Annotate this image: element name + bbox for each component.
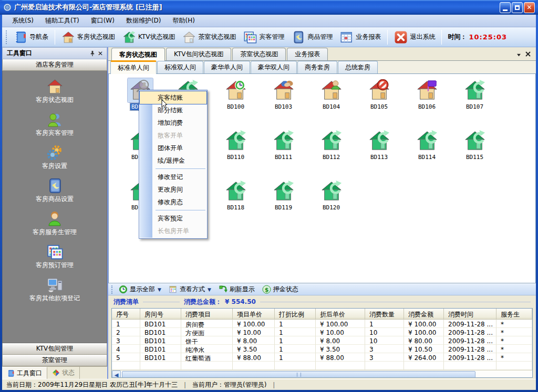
toolbar-button[interactable]: 宾客管理 [240,29,288,46]
context-menu-item[interactable]: 部分结账 [140,104,206,116]
room-type-tab[interactable]: 商务套房 [297,61,337,73]
document-tab[interactable]: 客房状态视图 [111,48,165,61]
body-row: 工具窗口 ✕ 酒店客房管理 客房状态视图客房宾客管理客房设置客房商品设置客房服务… [2,47,536,379]
table-header-cell[interactable]: 房间号 [140,309,181,319]
sidebar-item[interactable]: 客房设置 [42,144,67,171]
toolbar-button[interactable]: 导航条 [10,29,52,46]
context-menu-item[interactable]: 长包房开单 [140,225,206,237]
menu-item[interactable]: 窗口(W) [85,15,120,26]
sidebar-item[interactable]: 客房其他款项登记 [29,277,80,303]
action-button[interactable]: 显示全部▼ [115,284,165,294]
context-menu-item[interactable]: 更改房间 [140,183,206,196]
table-header-cell[interactable]: 服务生 [496,309,532,319]
room-type-tab[interactable]: 标准双人间 [157,61,203,73]
toolbar-button[interactable]: 茶室状态视图 [179,29,240,46]
sidebar-bottom-tab[interactable]: 状态 [47,367,80,379]
context-menu-item[interactable]: 修改房态 [140,196,206,208]
chevron-down-icon[interactable] [516,51,521,58]
scrollbar-thumb[interactable] [122,371,475,378]
sidebar-item[interactable]: 客房宾客管理 [36,111,74,137]
action-button[interactable]: $押金状态 [258,284,302,294]
document-tab[interactable]: 业务报表 [287,48,328,60]
sidebar-section-ktv[interactable]: KTV包间管理 [2,343,107,355]
room-BD118[interactable]: BD118 [212,179,260,229]
table-header-cell[interactable]: 折后单价 [316,309,365,319]
table-cell: 10 [365,328,404,336]
table-cell [140,362,181,370]
minimize-button[interactable] [500,2,511,13]
document-tab[interactable]: 茶室状态视图 [232,48,286,60]
room-BD105[interactable]: BD105 [355,78,403,129]
menu-item[interactable]: 帮助(H) [167,15,201,26]
room-type-tab[interactable]: 豪华双人间 [251,61,297,73]
sidebar-close-icon[interactable]: ✕ [96,49,105,58]
action-button[interactable]: 刷新显示 [215,284,258,294]
room-type-tab[interactable]: 标准单人间 [110,60,157,74]
close-icon[interactable] [525,51,531,58]
sidebar-bottom-tab[interactable]: 工具窗口 [2,367,47,379]
sidebar-item[interactable]: 客房服务生管理 [33,210,77,237]
table-header-cell[interactable]: 消费项目 [181,309,233,319]
toolbar-button[interactable]: KTV状态视图 [119,29,179,46]
context-menu-item[interactable]: 团体开单 [140,142,206,154]
table-header-cell[interactable]: 项目单价 [233,309,275,319]
room-BD106[interactable]: BD106 [403,78,451,129]
room-label: BD103 [274,103,293,110]
room-type-tab[interactable]: 豪华单人间 [204,61,250,73]
maximize-button[interactable] [512,2,523,13]
sidebar-item-label: 客房服务生管理 [33,228,77,237]
room-BD114[interactable]: BD114 [403,129,451,179]
sidebar-section-hotel-rooms[interactable]: 酒店客房管理 [2,59,107,71]
scroll-left-button[interactable]: ◀ [112,370,121,378]
table-row[interactable]: 2BD101方便面¥ 10.001¥ 10.0010¥ 100.002009-1… [112,328,532,336]
table-row[interactable] [112,362,532,370]
room-BD100[interactable]: BD100 [212,78,260,129]
room-type-tab[interactable]: 总统套房 [338,61,378,73]
table-row[interactable]: 4BD101纯净水¥ 3.501¥ 3.503¥ 10.502009-11-28… [112,345,532,353]
context-menu-item[interactable]: 宾客预定 [140,212,206,225]
context-menu-item[interactable]: 增加消费 [140,116,206,129]
table-header-cell[interactable]: 消费金额 [404,309,444,319]
sidebar-item[interactable]: 客房预订管理 [36,243,74,270]
context-menu-item[interactable]: 宾客结账 [140,91,206,104]
table-header-cell[interactable]: 序号 [112,309,140,319]
room-BD110[interactable]: BD110 [212,129,260,179]
toolbar-button[interactable]: 退出系统 [390,29,439,46]
room-vacant-icon [272,130,295,152]
scrollbar-track[interactable] [121,370,532,378]
table-header-cell[interactable]: 消费时间 [444,309,496,319]
close-button[interactable]: ✕ [524,2,535,13]
room-BD115[interactable]: BD115 [451,129,499,179]
room-BD112[interactable]: BD112 [307,129,355,179]
toolbar-separator [387,30,388,45]
table-row[interactable]: 1BD101房间费¥ 100.001¥ 100.001¥ 100.002009-… [112,320,532,328]
toolbar-button[interactable]: 业务报表 [336,29,385,46]
menu-item[interactable]: 辅助工具(T) [39,15,85,26]
table-row[interactable]: 5BD101红葡萄酒¥ 88.001¥ 88.003¥ 264.002009-1… [112,353,532,362]
room-BD103[interactable]: BD103 [260,78,307,129]
sidebar-item[interactable]: 客房商品设置 [36,177,74,204]
toolbar-button[interactable]: 客房状态视图 [58,29,119,46]
room-BD104[interactable]: BD104 [307,78,355,129]
menu-item[interactable]: 数据维护(D) [120,15,167,26]
status-text: 当前用户：管理员(管理员) [192,380,266,389]
table-header-cell[interactable]: 打折比例 [275,309,316,319]
document-tab[interactable]: KTV包间状态视图 [166,48,231,60]
pin-icon[interactable] [88,49,96,58]
sidebar-section-tearoom[interactable]: 茶室管理 [2,355,107,366]
context-menu-item[interactable]: 修改登记 [140,171,206,183]
table-cell: 4 [112,345,140,353]
room-BD113[interactable]: BD113 [355,129,403,179]
toolbar-button[interactable]: 商品管理 [288,29,336,46]
sidebar-item[interactable]: 客房状态视图 [36,78,74,104]
table-header-cell[interactable]: 消费数量 [365,309,404,319]
table-row[interactable]: 3BD101饼干¥ 8.001¥ 8.0010¥ 80.002009-11-28… [112,336,532,345]
room-BD120[interactable]: BD120 [307,179,355,229]
room-BD107[interactable]: BD107 [451,78,499,129]
context-menu-item[interactable]: 续/退押金 [140,154,206,167]
menu-item[interactable]: 系统(S) [6,15,39,26]
room-BD119[interactable]: BD119 [260,179,307,229]
context-menu-item[interactable]: 散客开单 [140,129,206,142]
room-BD111[interactable]: BD111 [260,129,307,179]
action-button[interactable]: 查看方式▼ [165,284,215,294]
